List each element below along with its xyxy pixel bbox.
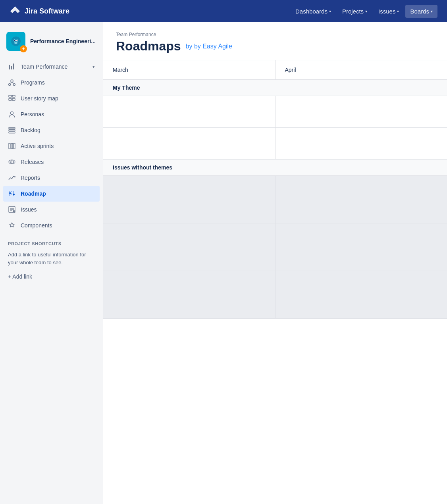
svg-rect-21: [9, 127, 15, 129]
svg-point-20: [11, 112, 13, 115]
persona-icon: [8, 110, 16, 118]
components-icon: [8, 221, 16, 229]
brand-logo[interactable]: Jira Software: [10, 6, 69, 17]
project-avatar: [6, 32, 25, 51]
shortcuts-description: Add a link to useful information for you…: [0, 248, 103, 271]
svg-rect-22: [9, 130, 15, 131]
svg-rect-17: [12, 95, 15, 97]
sidebar-item-label: Components: [21, 222, 95, 229]
content-title-row: Roadmaps by by Easy Agile: [116, 39, 434, 54]
roadmap-row: [103, 128, 447, 160]
sidebar-item-reports[interactable]: Reports: [3, 170, 100, 186]
roadmap-cell-muted: [103, 176, 276, 223]
sidebar-item-roadmap[interactable]: Roadmap: [3, 186, 100, 202]
chevron-down-icon: ▾: [431, 9, 433, 13]
svg-rect-26: [13, 143, 15, 149]
programs-icon: [8, 79, 16, 87]
svg-point-3: [14, 40, 15, 41]
roadmap-row: [103, 176, 447, 223]
sidebar-item-backlog[interactable]: Backlog: [3, 122, 100, 138]
content-supertitle: Team Performance: [116, 32, 434, 37]
nav-issues[interactable]: Issues ▾: [374, 5, 404, 18]
top-nav: Jira Software Dashboards ▾ Projects ▾ Is…: [0, 0, 447, 22]
sidebar: Performance Engineeri... Team Performanc…: [0, 22, 103, 504]
roadmap-row: [103, 96, 447, 128]
sidebar-item-label: Reports: [21, 175, 95, 181]
sidebar-item-components[interactable]: Components: [3, 217, 100, 233]
svg-rect-33: [9, 192, 11, 194]
roadmap-cell-muted: [276, 271, 447, 318]
nav-boards[interactable]: Boards ▾: [405, 5, 437, 18]
sidebar-item-issues[interactable]: Issues: [3, 202, 100, 217]
shortcuts-section-label: PROJECT SHORTCUTS: [0, 233, 103, 248]
page-title: Roadmaps: [116, 39, 181, 54]
sidebar-item-label: Backlog: [21, 127, 95, 133]
sidebar-nav: Team Performance ▾ Programs: [0, 59, 103, 233]
month-march: March: [103, 60, 276, 79]
svg-rect-34: [13, 194, 15, 195]
svg-point-13: [13, 84, 15, 86]
roadmap-months-header: March April: [103, 60, 447, 80]
roadmap-container: March April My Theme Issues without them…: [103, 60, 447, 319]
nav-dashboards[interactable]: Dashboards ▾: [291, 5, 336, 18]
svg-line-15: [12, 82, 14, 84]
svg-rect-25: [11, 143, 13, 149]
sidebar-item-label: Active sprints: [21, 143, 95, 149]
roadmap-section-my-theme: My Theme: [103, 80, 447, 96]
sidebar-item-releases[interactable]: Releases: [3, 154, 100, 170]
chevron-down-icon: ▾: [92, 64, 95, 69]
chevron-down-icon: ▾: [329, 9, 331, 13]
roadmap-cell-muted: [276, 176, 447, 223]
svg-point-5: [14, 42, 17, 44]
sidebar-item-label: Issues: [21, 206, 95, 213]
add-link-button[interactable]: + Add link: [0, 271, 103, 282]
story-map-icon: [8, 94, 16, 102]
sidebar-item-label: Releases: [21, 159, 95, 165]
roadmap-section-no-themes: Issues without themes: [103, 160, 447, 176]
svg-rect-6: [13, 44, 15, 45]
roadmap-cell-muted: [276, 223, 447, 271]
roadmap-cell: [103, 96, 276, 127]
roadmap-cell: [276, 96, 447, 127]
roadmap-cell: [276, 128, 447, 159]
svg-rect-10: [13, 63, 14, 69]
topnav-items: Dashboards ▾ Projects ▾ Issues ▾ Boards …: [291, 5, 437, 18]
sidebar-item-active-sprints[interactable]: Active sprints: [3, 138, 100, 154]
sidebar-item-label: User story map: [21, 95, 95, 102]
sidebar-item-label: Programs: [21, 79, 95, 86]
sidebar-item-user-story-map[interactable]: User story map: [3, 90, 100, 106]
svg-rect-8: [9, 65, 10, 69]
sidebar-item-team-performance[interactable]: Team Performance ▾: [3, 59, 100, 75]
svg-rect-23: [9, 132, 15, 133]
month-april: April: [276, 60, 447, 79]
svg-rect-7: [17, 44, 19, 45]
sidebar-item-personas[interactable]: Personas: [3, 106, 100, 122]
reports-icon: [8, 174, 16, 182]
chevron-down-icon: ▾: [365, 9, 367, 13]
sprints-icon: [8, 142, 16, 150]
roadmap-row: [103, 223, 447, 271]
svg-rect-9: [11, 66, 12, 69]
svg-rect-19: [12, 98, 15, 100]
main-content: Team Performance Roadmaps by by Easy Agi…: [103, 22, 447, 504]
chart-icon: [8, 63, 16, 71]
sidebar-item-programs[interactable]: Programs: [3, 75, 100, 90]
roadmap-cell: [103, 128, 276, 159]
svg-rect-16: [9, 95, 12, 97]
svg-line-14: [10, 82, 12, 84]
nav-projects[interactable]: Projects ▾: [337, 5, 372, 18]
project-avatar-badge: [20, 45, 27, 52]
roadmap-cell-muted: [103, 223, 276, 271]
sidebar-item-label: Personas: [21, 111, 95, 117]
issues-icon: [8, 206, 16, 214]
backlog-icon: [8, 126, 16, 134]
project-name: Performance Engineeri...: [30, 38, 96, 45]
main-layout: Performance Engineeri... Team Performanc…: [0, 22, 447, 504]
svg-rect-24: [9, 143, 10, 149]
roadmap-icon: [8, 190, 16, 198]
content-subtitle: by by Easy Agile: [186, 43, 232, 50]
svg-rect-39: [13, 210, 15, 212]
roadmap-row: [103, 271, 447, 319]
svg-rect-18: [9, 98, 12, 100]
sidebar-item-label: Roadmap: [21, 190, 95, 197]
